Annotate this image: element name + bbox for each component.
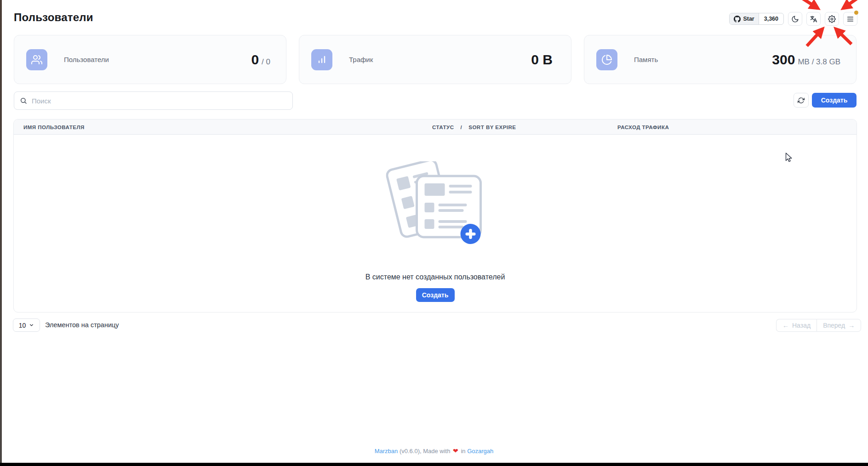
prev-label: Назад [792,322,811,329]
dark-mode-button[interactable] [788,12,802,26]
language-button[interactable] [806,12,821,26]
window-bottom-edge [0,463,868,466]
stat-unit: MB / 3.8 GB [798,57,840,66]
status-header-label[interactable]: СТАТУС [432,125,454,130]
github-octocat-icon [734,16,741,23]
per-page-label: Элементов на страницу [45,321,119,329]
users-table: ИМЯ ПОЛЬЗОВАТЕЛЯ СТАТУС / SORT BY EXPIRE… [13,119,857,313]
page-size-select[interactable]: 10 [13,318,40,332]
moon-icon [791,15,799,23]
empty-state-create-button[interactable]: Создать [416,288,455,302]
empty-state-message: В системе нет созданных пользователей [14,273,857,281]
settings-button[interactable] [825,12,839,26]
stat-value: 0 B [531,52,555,68]
stat-label: Память [634,56,658,63]
github-star-count[interactable]: 3,360 [759,13,783,24]
page-size-value: 10 [19,322,26,329]
users-icon [26,49,47,70]
stat-card-traffic: Трафик 0 B [299,35,571,84]
chevron-down-icon [29,323,34,328]
refresh-icon [798,97,805,104]
header-separator: / [461,125,463,130]
search-input[interactable] [32,97,287,105]
column-header-status[interactable]: СТАТУС / SORT BY EXPIRE [432,119,516,135]
gear-icon [828,15,836,23]
stat-unit: / 0 [262,57,270,66]
notification-dot [854,11,858,15]
github-star-button[interactable]: Star 3,360 [729,13,784,25]
github-star-label: Star [743,16,754,22]
next-label: Вперед [823,322,845,329]
refresh-button[interactable] [794,93,809,108]
stat-value: 300MB / 3.8 GB [772,52,840,68]
memory-icon [596,49,617,70]
footer-org-link[interactable]: Gozargah [467,448,493,455]
prev-page-button[interactable]: ← Назад [776,319,817,332]
right-arrow-icon: → [848,322,855,329]
stat-card-memory: Память 300MB / 3.8 GB [584,35,857,84]
table-header-row: ИМЯ ПОЛЬЗОВАТЕЛЯ СТАТУС / SORT BY EXPIRE… [14,119,857,135]
topbar-controls: Star 3,360 [729,12,857,26]
empty-state: В системе нет созданных пользователей Со… [14,135,857,313]
stat-card-users: Пользователи 0/ 0 [14,35,286,84]
traffic-icon [311,49,332,70]
sort-by-expire-label[interactable]: SORT BY EXPIRE [468,125,516,130]
next-page-button[interactable]: Вперед → [817,319,861,332]
pagination-nav: ← Назад Вперед → [776,319,861,332]
stat-label: Трафик [349,56,373,63]
create-user-button[interactable]: Создать [812,93,857,108]
language-icon [810,15,817,23]
hamburger-icon [846,15,854,23]
window-left-edge [0,0,2,466]
stat-label: Пользователи [64,56,109,63]
heart-icon: ❤ [452,447,459,455]
footer-in-text: in [461,448,465,455]
footer: Marzban (v0.6.0), Made with ❤ in Gozarga… [0,447,868,455]
add-user-plus-icon [460,224,480,244]
menu-button[interactable] [843,12,857,26]
column-header-username[interactable]: ИМЯ ПОЛЬЗОВАТЕЛЯ [23,119,85,135]
search-box [14,91,293,110]
stat-value: 0/ 0 [251,52,270,68]
column-header-traffic[interactable]: РАСХОД ТРАФИКА [617,119,669,135]
search-icon [20,97,27,104]
footer-text: (v0.6.0), Made with [400,448,451,455]
stat-cards: Пользователи 0/ 0 Трафик 0 B Память 300M… [14,35,857,84]
left-arrow-icon: ← [782,322,789,329]
empty-documents-illustration [386,161,485,247]
footer-brand-link[interactable]: Marzban [375,448,398,455]
github-star-segment[interactable]: Star [730,13,759,24]
page-title: Пользователи [14,11,93,24]
